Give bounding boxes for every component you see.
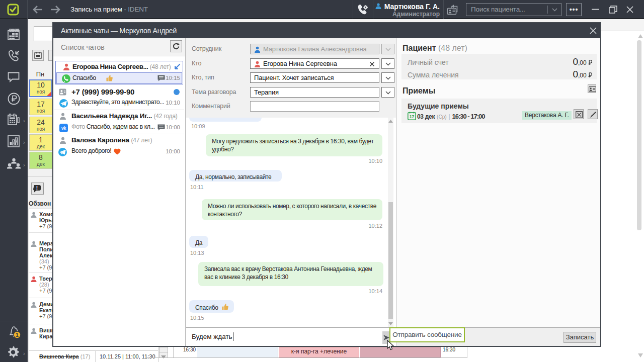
svg-text:17: 17 (410, 114, 415, 119)
svg-text:vk: vk (61, 126, 67, 131)
svg-text:1: 1 (16, 332, 19, 338)
svg-text:!: ! (36, 186, 38, 191)
